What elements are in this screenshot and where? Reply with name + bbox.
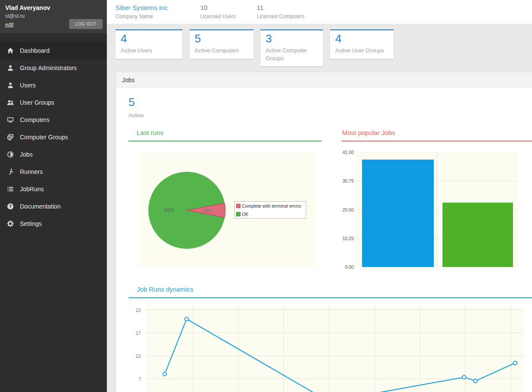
user-email: st@st.ru [5, 13, 102, 19]
licensed-users-value: 10 [200, 4, 236, 11]
card-value: 4 [335, 32, 388, 45]
sidebar-item-label: Documentation [20, 203, 61, 210]
most-popular-jobs-underline [341, 141, 532, 141]
most-popular-jobs-title: Most popular Jobs [341, 129, 532, 136]
licensed-computers-label: Licensed Computers [257, 13, 304, 19]
sidebar-item-label: Jobs [20, 151, 33, 158]
legend-item-errors: Complete with terminal errors [235, 202, 306, 210]
sidebar-item-settings[interactable]: Settings [0, 215, 107, 232]
jobs-panel: Jobs 5 Active Last runs 38%6% [115, 72, 532, 392]
sidebar-item-label: JobRuns [20, 186, 44, 193]
admin-icon [7, 64, 14, 71]
line-chart-plot [146, 306, 524, 392]
legend-item-ok: OK [235, 210, 306, 218]
edit-profile-link[interactable]: edit [5, 22, 13, 28]
app: Vlad Averyanov st@st.ru edit LOG OUT Das… [0, 0, 532, 392]
most-popular-jobs-bar-chart: 41.0030.7520.5010.250.00 [341, 152, 532, 267]
sidebar-item-label: Settings [20, 220, 42, 227]
job-runs-dynamics-section: Job Runs dynamics 2217127 [128, 286, 532, 392]
sidebar-item-users[interactable]: Users [0, 77, 107, 94]
card-active-computers: 5 Active Computers [189, 29, 253, 59]
card-active-user-groups: 4 Active User Groups [330, 29, 394, 59]
monitor-icon [7, 116, 14, 123]
sidebar-item-label: Dashboard [20, 47, 50, 54]
job-runs-dynamics-underline [128, 297, 532, 298]
user-panel: Vlad Averyanov st@st.ru edit LOG OUT [0, 0, 107, 33]
card-label: Active Computers [195, 47, 248, 55]
sidebar-item-label: User Groups [20, 99, 54, 106]
licensed-users-stat: 10 Licensed Users [200, 0, 236, 24]
company-name: Siber Systems Inc [115, 4, 192, 11]
licensed-computers-stat: 11 Licensed Computers [257, 0, 304, 24]
svg-text:38%: 38% [164, 207, 174, 213]
job-runs-dynamics-line-chart: 2217127 [128, 306, 532, 392]
last-runs-underline [128, 141, 322, 141]
sidebar-menu: DashboardGroup AdministratorsUsersUser G… [0, 42, 107, 232]
sidebar-item-label: Group Administrators [20, 64, 77, 71]
most-popular-jobs-section: Most popular Jobs 41.0030.7520.5010.250.… [341, 129, 532, 267]
legend-swatch-ok [236, 212, 240, 216]
line-chart-svg [146, 306, 524, 392]
sidebar-item-group-administrators[interactable]: Group Administrators [0, 59, 107, 77]
main-area: Siber Systems Inc Company Name 10 Licens… [107, 0, 532, 392]
company-name-label: Company Name [115, 13, 192, 19]
sidebar-item-label: Computers [20, 116, 49, 123]
sidebar-item-user-groups[interactable]: User Groups [0, 94, 107, 111]
svg-text:6%: 6% [203, 208, 211, 214]
sidebar-item-dashboard[interactable]: Dashboard [0, 42, 107, 59]
monitors-icon [7, 134, 14, 141]
active-jobs-label: Active [128, 112, 532, 119]
jobs-panel-title: Jobs [116, 72, 532, 88]
help-icon: ? [7, 203, 14, 210]
card-label: Active User Groups [335, 47, 388, 55]
sidebar-item-runners[interactable]: Runners [0, 163, 107, 180]
last-runs-section: Last runs 38%6% Complete with terminal e… [128, 129, 322, 267]
stats-cards: 4 Active Users 5 Active Computers 3 Acti… [115, 29, 532, 66]
sidebar-item-computers[interactable]: Computers [0, 111, 107, 129]
legend-swatch-errors [236, 204, 240, 208]
logout-button[interactable]: LOG OUT [69, 19, 103, 29]
jobs-panel-body: 5 Active Last runs 38%6% Co [116, 88, 532, 392]
runner-icon [7, 168, 14, 175]
svg-text:?: ? [9, 204, 12, 209]
bar-chart-svg [356, 152, 518, 267]
bar-chart-plot [356, 152, 518, 267]
card-value: 3 [266, 32, 318, 45]
card-active-users: 4 Active Users [115, 29, 183, 59]
user-name: Vlad Averyanov [5, 4, 102, 11]
people-icon [7, 99, 14, 106]
sidebar: Vlad Averyanov st@st.ru edit LOG OUT Das… [0, 0, 107, 392]
list-icon [7, 186, 14, 193]
topbar: Siber Systems Inc Company Name 10 Licens… [107, 0, 532, 24]
legend-label-ok: OK [242, 212, 248, 217]
card-value: 4 [121, 32, 177, 45]
last-runs-title: Last runs [128, 129, 322, 136]
jobs-icon [7, 151, 14, 158]
licensed-computers-value: 11 [257, 4, 304, 11]
card-active-computer-groups: 3 Active Computer Groups [260, 29, 323, 66]
company-stat: Siber Systems Inc Company Name [115, 0, 192, 24]
sidebar-item-documentation[interactable]: ?Documentation [0, 198, 107, 215]
card-value: 5 [195, 32, 248, 45]
card-label: Active Users [121, 47, 177, 55]
legend-label-errors: Complete with terminal errors [242, 203, 301, 209]
sidebar-item-label: Runners [20, 168, 43, 175]
last-runs-pie-chart: 38%6% Complete with terminal errors OK [139, 153, 314, 267]
content: 4 Active Users 5 Active Computers 3 Acti… [107, 24, 532, 392]
line-chart-y-axis: 2217127 [128, 306, 146, 392]
sidebar-item-jobs[interactable]: Jobs [0, 146, 107, 163]
sidebar-item-label: Computer Groups [20, 134, 68, 141]
active-jobs-value: 5 [128, 96, 532, 109]
licensed-users-label: Licensed Users [200, 13, 236, 19]
sidebar-item-jobruns[interactable]: JobRuns [0, 180, 107, 198]
job-runs-dynamics-title: Job Runs dynamics [128, 286, 532, 293]
card-label: Active Computer Groups [266, 47, 318, 62]
bar-chart-y-axis: 41.0030.7520.5010.250.00 [341, 152, 356, 267]
sidebar-item-computer-groups[interactable]: Computer Groups [0, 129, 107, 146]
gear-icon [7, 220, 14, 227]
person-icon [7, 82, 14, 89]
charts-row: Last runs 38%6% Complete with terminal e… [128, 129, 532, 267]
sidebar-item-label: Users [20, 82, 36, 89]
pie-legend: Complete with terminal errors OK [234, 201, 306, 218]
home-icon [7, 47, 14, 54]
